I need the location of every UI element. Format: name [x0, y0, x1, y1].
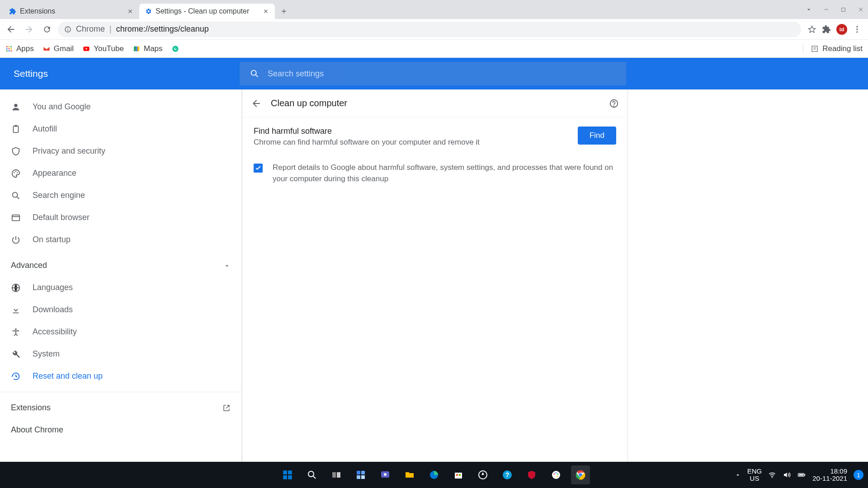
svg-rect-0 — [842, 8, 845, 11]
bookmark-apps[interactable]: Apps — [5, 44, 34, 53]
chrome-app[interactable] — [571, 465, 590, 484]
globe-icon — [11, 283, 21, 293]
sidebar-item-privacy[interactable]: Privacy and security — [0, 140, 241, 162]
tray-chevron-icon[interactable] — [735, 472, 741, 478]
extensions-puzzle-icon[interactable] — [822, 25, 831, 34]
sidebar-item-extensions[interactable]: Extensions — [0, 397, 241, 419]
sidebar-section-advanced[interactable]: Advanced — [0, 254, 241, 277]
tab-close-icon[interactable] — [127, 8, 134, 15]
get-help[interactable]: ? — [498, 465, 517, 484]
wifi-icon[interactable] — [768, 471, 776, 479]
sidebar-item-autofill[interactable]: Autofill — [0, 118, 241, 140]
reload-button[interactable] — [40, 22, 54, 37]
volume-icon[interactable] — [783, 471, 791, 479]
clock[interactable]: 18:0920-11-2021 — [812, 468, 847, 483]
start-button[interactable] — [278, 465, 297, 484]
language-indicator[interactable]: ENGUS — [747, 468, 762, 483]
gmail-icon — [43, 45, 50, 52]
kebab-menu-icon[interactable] — [853, 25, 862, 34]
open-external-icon — [222, 404, 231, 412]
close-window-icon[interactable] — [857, 6, 864, 13]
svg-point-43 — [384, 473, 387, 476]
svg-point-17 — [172, 46, 178, 52]
paint-app[interactable] — [547, 465, 566, 484]
file-explorer[interactable] — [400, 465, 419, 484]
sidebar-item-about[interactable]: About Chrome — [0, 419, 241, 441]
svg-rect-41 — [361, 475, 365, 479]
svg-rect-36 — [332, 472, 336, 478]
sidebar-item-search-engine[interactable]: Search engine — [0, 184, 241, 206]
forward-button[interactable] — [22, 22, 36, 37]
settings-search[interactable] — [240, 62, 626, 85]
sidebar-item-you-and-google[interactable]: You and Google — [0, 96, 241, 118]
taskbar-search[interactable] — [302, 465, 321, 484]
clipboard-icon — [11, 124, 21, 134]
minimize-icon[interactable] — [823, 6, 830, 13]
bookmark-maps[interactable]: Maps — [133, 44, 163, 53]
find-description: Chrome can find harmful software on your… — [254, 138, 480, 147]
svg-text:?: ? — [505, 471, 509, 479]
find-harmful-section: Find harmful software Chrome can find ha… — [242, 117, 628, 156]
new-tab-button[interactable] — [278, 5, 290, 18]
svg-rect-10 — [6, 48, 8, 49]
task-view[interactable] — [327, 465, 346, 484]
find-button[interactable]: Find — [578, 127, 616, 145]
maximize-icon[interactable] — [840, 7, 846, 13]
sidebar-item-label: Appearance — [33, 169, 76, 178]
sidebar-item-system[interactable]: System — [0, 343, 241, 365]
bookmark-grammarly[interactable] — [172, 45, 179, 52]
settings-search-input[interactable] — [268, 69, 616, 79]
edge-browser[interactable] — [425, 465, 443, 484]
tab-extensions[interactable]: Extensions — [4, 4, 139, 19]
browser-icon — [11, 213, 21, 223]
svg-point-55 — [557, 476, 558, 477]
svg-rect-12 — [10, 48, 12, 49]
svg-rect-34 — [288, 475, 292, 479]
microsoft-store[interactable] — [449, 465, 468, 484]
help-icon[interactable] — [609, 99, 619, 108]
svg-point-23 — [14, 172, 14, 173]
shield-icon — [11, 146, 21, 156]
address-bar[interactable]: Chrome | chrome://settings/cleanup — [58, 22, 801, 37]
sidebar-item-label: You and Google — [33, 102, 90, 112]
report-checkbox-row[interactable]: Report details to Google about harmful s… — [242, 156, 628, 184]
widgets-button[interactable] — [351, 465, 370, 484]
apps-grid-icon — [5, 45, 13, 52]
bookmark-star-icon[interactable] — [807, 25, 816, 34]
sidebar-item-languages[interactable]: Languages — [0, 277, 241, 299]
settings-main: You and Google Autofill Privacy and secu… — [0, 89, 868, 462]
sidebar-item-reset-cleanup[interactable]: Reset and clean up — [0, 365, 241, 387]
settings-icon — [145, 8, 152, 15]
battery-icon[interactable] — [797, 470, 806, 479]
svg-point-54 — [557, 474, 559, 475]
app-circle[interactable] — [473, 465, 492, 484]
mcafee[interactable] — [522, 465, 541, 484]
advanced-label: Advanced — [11, 261, 47, 270]
sidebar-item-startup[interactable]: On startup — [0, 229, 241, 251]
tab-search-icon[interactable] — [805, 6, 812, 13]
sidebar-item-label: Languages — [33, 283, 73, 292]
page-back-button[interactable] — [251, 98, 262, 109]
profile-avatar[interactable]: td — [836, 24, 847, 35]
settings-header: Settings — [0, 58, 868, 89]
back-button[interactable] — [4, 22, 18, 37]
site-info-icon[interactable]: Chrome — [64, 24, 105, 34]
reading-list-button[interactable]: Reading list — [803, 44, 863, 53]
bookmark-label: Apps — [16, 44, 34, 53]
bookmark-gmail[interactable]: Gmail — [43, 44, 74, 53]
sidebar-item-downloads[interactable]: Downloads — [0, 299, 241, 321]
sidebar-item-default-browser[interactable]: Default browser — [0, 206, 241, 229]
svg-point-5 — [856, 28, 858, 30]
bookmark-youtube[interactable]: YouTube — [83, 44, 124, 53]
page-title: Clean up computer — [271, 98, 600, 108]
checkbox-checked-icon[interactable] — [254, 164, 263, 173]
find-title: Find harmful software — [254, 127, 480, 136]
chat-app[interactable] — [376, 465, 395, 484]
sidebar-item-accessibility[interactable]: Accessibility — [0, 321, 241, 343]
notification-badge[interactable]: 1 — [854, 470, 863, 480]
tab-settings[interactable]: Settings - Clean up computer — [139, 4, 275, 19]
svg-rect-22 — [14, 125, 17, 127]
sidebar-item-appearance[interactable]: Appearance — [0, 162, 241, 184]
tab-close-icon[interactable] — [262, 8, 269, 15]
reading-list-icon — [811, 45, 819, 53]
